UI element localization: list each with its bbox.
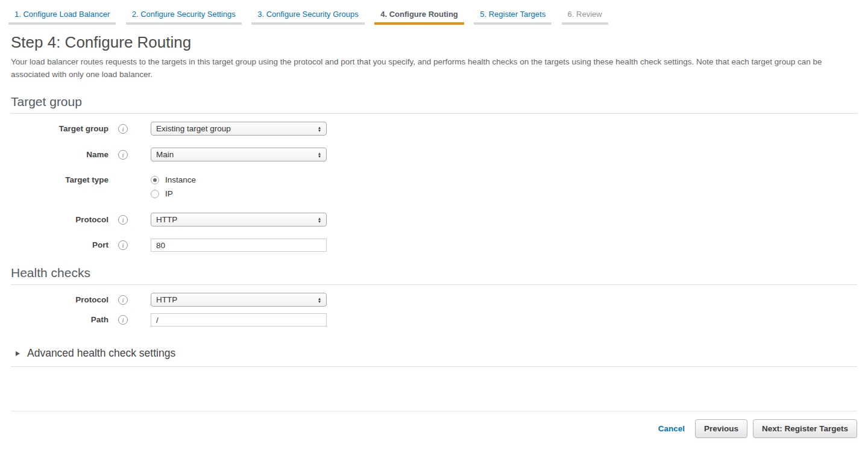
- advanced-health-check-toggle[interactable]: Advanced health check settings: [11, 347, 857, 367]
- advanced-health-check-label: Advanced health check settings: [27, 347, 175, 360]
- radio-option-instance[interactable]: Instance: [151, 175, 196, 185]
- tab-configure-load-balancer[interactable]: 1. Configure Load Balancer: [8, 7, 116, 25]
- target-type-row: Target type Instance IP: [11, 175, 857, 199]
- name-label: Name: [11, 150, 108, 160]
- port-row: Port i: [11, 239, 857, 252]
- page-title: Step 4: Configure Routing: [11, 33, 857, 52]
- triangle-right-icon: [16, 351, 20, 356]
- info-icon[interactable]: i: [118, 240, 128, 250]
- health-protocol-select-value: HTTP: [151, 295, 313, 304]
- section-heading-health-checks: Health checks: [11, 266, 857, 285]
- tab-configure-security-settings[interactable]: 2. Configure Security Settings: [126, 7, 242, 25]
- info-icon[interactable]: i: [118, 295, 128, 305]
- select-arrows-icon: ▲▼: [313, 148, 326, 161]
- select-arrows-icon: ▲▼: [313, 293, 326, 306]
- info-icon[interactable]: i: [118, 215, 128, 225]
- wizard-content: Step 4: Configure Routing Your load bala…: [0, 33, 868, 367]
- radio-label: IP: [165, 189, 173, 199]
- name-select[interactable]: Main ▲▼: [151, 148, 327, 161]
- port-input[interactable]: [151, 239, 327, 252]
- wizard-step-tabs: 1. Configure Load Balancer 2. Configure …: [0, 0, 868, 25]
- health-path-label: Path: [11, 315, 108, 325]
- health-protocol-label: Protocol: [11, 295, 108, 305]
- info-icon[interactable]: i: [118, 315, 128, 325]
- previous-button[interactable]: Previous: [695, 419, 747, 438]
- port-label: Port: [11, 240, 108, 250]
- tab-configure-security-groups[interactable]: 3. Configure Security Groups: [251, 7, 365, 25]
- wizard-footer: Cancel Previous Next: Register Targets: [11, 411, 857, 438]
- target-group-select-value: Existing target group: [151, 124, 313, 133]
- protocol-row: Protocol i HTTP ▲▼: [11, 213, 857, 227]
- target-group-select[interactable]: Existing target group ▲▼: [151, 122, 327, 136]
- info-icon[interactable]: i: [118, 124, 128, 134]
- health-protocol-select[interactable]: HTTP ▲▼: [151, 293, 327, 307]
- health-protocol-row: Protocol i HTTP ▲▼: [11, 293, 857, 307]
- radio-label: Instance: [165, 175, 196, 185]
- name-row: Name i Main ▲▼: [11, 148, 857, 161]
- section-heading-target-group: Target group: [11, 95, 857, 114]
- radio-option-ip[interactable]: IP: [151, 189, 196, 199]
- tab-register-targets[interactable]: 5. Register Targets: [474, 7, 552, 25]
- health-path-row: Path i: [11, 313, 857, 327]
- protocol-select[interactable]: HTTP ▲▼: [151, 213, 327, 227]
- tab-review: 6. Review: [562, 7, 608, 25]
- name-select-value: Main: [151, 150, 313, 159]
- health-checks-section: Health checks Protocol i HTTP ▲▼ Path i: [11, 266, 857, 327]
- select-arrows-icon: ▲▼: [313, 122, 326, 135]
- cancel-link[interactable]: Cancel: [658, 424, 685, 433]
- info-icon[interactable]: i: [118, 150, 128, 160]
- target-group-section: Target group Target group i Existing tar…: [11, 95, 857, 252]
- target-group-row: Target group i Existing target group ▲▼: [11, 122, 857, 136]
- radio-icon: [151, 190, 159, 198]
- radio-icon: [151, 176, 159, 184]
- page-description: Your load balancer routes requests to th…: [11, 55, 857, 81]
- target-type-radio-group: Instance IP: [151, 175, 196, 199]
- select-arrows-icon: ▲▼: [313, 213, 326, 226]
- tab-configure-routing: 4. Configure Routing: [374, 7, 464, 25]
- protocol-select-value: HTTP: [151, 215, 313, 224]
- target-group-label: Target group: [11, 124, 108, 134]
- protocol-label: Protocol: [11, 215, 108, 225]
- health-path-input[interactable]: [151, 313, 327, 327]
- target-type-label: Target type: [11, 175, 108, 185]
- next-register-targets-button[interactable]: Next: Register Targets: [753, 419, 857, 438]
